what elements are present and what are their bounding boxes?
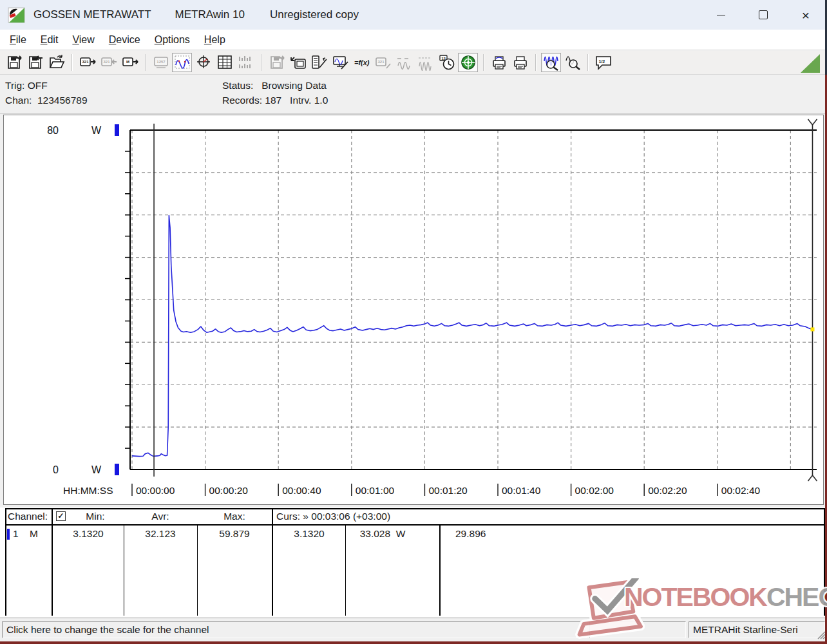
- toolbar-separator: [145, 54, 146, 71]
- menu-edit[interactable]: Edit: [33, 33, 66, 47]
- toolbar-corner-triangle-icon: [801, 54, 820, 73]
- monitor-settings-icon: [332, 54, 349, 71]
- read-from-device-button[interactable]: 321: [77, 53, 97, 72]
- status-device-name: METRAHit Starline-Seri: [689, 621, 825, 638]
- svg-text:1257: 1257: [157, 60, 166, 64]
- svg-text:0: 0: [53, 464, 59, 475]
- toolbar-separator: [587, 54, 588, 71]
- print-preview-icon: [491, 54, 508, 71]
- print-preview-button[interactable]: [489, 53, 509, 72]
- export-data-icon: [269, 54, 285, 71]
- channel-visible-checkbox[interactable]: ✓: [56, 511, 66, 521]
- save-file-import-icon: [27, 54, 44, 71]
- device-settings-button[interactable]: [309, 53, 329, 72]
- xy-chart-view-button[interactable]: [193, 53, 213, 72]
- svg-text:00:01:00: 00:01:00: [356, 485, 395, 496]
- col-header-min: Min:: [67, 511, 124, 522]
- online-mode-target-button[interactable]: [458, 53, 478, 72]
- open-file-button[interactable]: [46, 53, 66, 72]
- records-text: Records: 187 Intrv. 1.0: [222, 95, 328, 106]
- svg-text:1/2: 1/2: [598, 59, 605, 64]
- channel-color-marker: [7, 529, 10, 540]
- resize-grip-icon[interactable]: [817, 630, 826, 639]
- close-icon: ×: [802, 8, 810, 22]
- table-view-icon: [216, 54, 233, 71]
- svg-text:00:01:40: 00:01:40: [502, 485, 541, 496]
- send-to-device-icon: 321: [100, 54, 117, 71]
- store-to-device-button[interactable]: [288, 53, 308, 72]
- status-message[interactable]: Click here to change the scale for the c…: [2, 621, 587, 638]
- chart-view-button[interactable]: [172, 53, 192, 72]
- window-edge-bottom: [0, 641, 827, 644]
- close-button[interactable]: ×: [784, 0, 827, 30]
- read-device-memory-icon: M: [122, 54, 138, 71]
- sampling-waveform-icon: [417, 54, 434, 71]
- toolbar: 321321M1257=f(x)321121/2: [0, 51, 827, 75]
- zoom-mode-button[interactable]: [562, 53, 582, 72]
- svg-text:W: W: [91, 125, 102, 136]
- online-mode-target-icon: [460, 54, 477, 71]
- svg-text:M: M: [126, 60, 129, 64]
- time-clock-settings-button[interactable]: 12: [437, 53, 457, 72]
- window-controls: ×: [699, 0, 827, 30]
- svg-text:321: 321: [103, 60, 110, 64]
- app-title-brand: GOSSEN METRAWATT: [33, 8, 151, 21]
- save-file-import-button[interactable]: [25, 53, 45, 72]
- svg-text:80: 80: [47, 125, 59, 136]
- channel-id: 1: [13, 528, 19, 540]
- save-file-export-button[interactable]: [4, 53, 24, 72]
- histogram-view-button: [236, 53, 256, 72]
- minimize-button[interactable]: [699, 0, 742, 30]
- send-to-device-button: 321: [99, 53, 119, 72]
- chart-view-icon: [174, 54, 191, 71]
- sampling-waveform-button: [415, 53, 435, 72]
- svg-text:W: W: [91, 464, 102, 475]
- app-window: GOSSEN METRAWATT METRAwin 10 Unregistere…: [0, 0, 827, 644]
- svg-text:HH:MM:SS: HH:MM:SS: [63, 485, 113, 496]
- menu-help[interactable]: Help: [197, 33, 233, 47]
- read-device-memory-button[interactable]: M: [120, 53, 140, 72]
- formula-button[interactable]: =f(x): [352, 53, 372, 72]
- analog-waveform-icon: [396, 54, 413, 71]
- status-bar: Click here to change the scale for the c…: [0, 620, 827, 641]
- menu-file[interactable]: File: [3, 33, 33, 47]
- toolbar-separator: [535, 54, 536, 71]
- col-header-channel: Channel:: [8, 511, 48, 522]
- channel-table: Channel: ✓ Min: Avr: Max: Curs: » 00:03:…: [0, 507, 827, 618]
- time-clock-settings-icon: 12: [439, 54, 455, 71]
- info-panel: Trig: OFF Chan: 123456789 Status: Browsi…: [0, 75, 827, 114]
- chart-panel: 80W0WHH:MM:SS00:00:0000:00:2000:00:4000:…: [3, 115, 824, 505]
- svg-text:00:00:20: 00:00:20: [209, 485, 249, 496]
- print-button[interactable]: [510, 53, 530, 72]
- menu-options[interactable]: Options: [147, 33, 197, 47]
- menu-device[interactable]: Device: [102, 33, 147, 47]
- zoom-time-axis-button[interactable]: [541, 53, 561, 72]
- monitor-settings-button[interactable]: [330, 53, 350, 72]
- trigger-status: Trig: OFF: [5, 80, 48, 91]
- table-view-button[interactable]: [214, 53, 234, 72]
- status-text: Status: Browsing Data: [222, 80, 327, 91]
- minimize-icon: [717, 14, 725, 15]
- svg-text:00:02:20: 00:02:20: [648, 485, 687, 496]
- cell-cursor2-unit: W: [396, 528, 406, 539]
- toolbar-separator: [71, 54, 72, 71]
- open-file-icon: [48, 54, 65, 71]
- print-icon: [512, 54, 529, 71]
- cell-avr: 32.123: [124, 528, 197, 540]
- col-header-max: Max:: [197, 511, 272, 522]
- annotation-notes-button[interactable]: 1/2: [593, 53, 613, 72]
- xy-chart-view-icon: [195, 54, 212, 71]
- maximize-button[interactable]: [742, 0, 784, 30]
- svg-text:00:02:00: 00:02:00: [575, 485, 614, 496]
- device-readout-button: 321: [373, 53, 393, 72]
- zoom-mode-icon: [564, 54, 581, 71]
- channel-list: Chan: 123456789: [5, 95, 88, 106]
- cursor-readout: Curs: » 00:03:06 (+03:00): [276, 511, 390, 522]
- chart-svg[interactable]: 80W0WHH:MM:SS00:00:0000:00:2000:00:4000:…: [4, 115, 823, 504]
- svg-text:=f(x): =f(x): [354, 59, 370, 66]
- app-logo-icon: [8, 6, 25, 24]
- menu-view[interactable]: View: [65, 33, 101, 47]
- device-readout-icon: 321: [375, 54, 392, 71]
- svg-text:00:00:00: 00:00:00: [136, 485, 175, 496]
- annotation-notes-icon: 1/2: [595, 54, 612, 71]
